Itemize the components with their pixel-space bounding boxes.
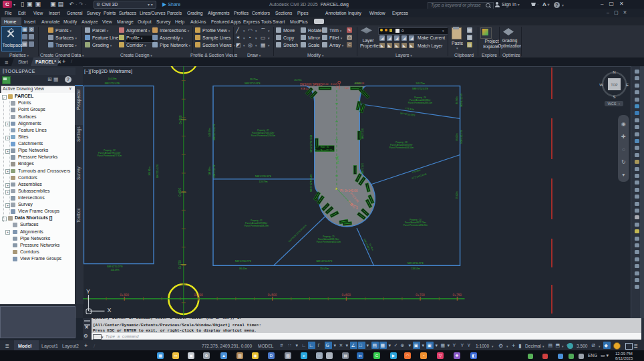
svg-text:0+300: 0+300 <box>120 293 129 297</box>
svg-text:N88°37′52.63″E: N88°37′52.63″E <box>245 82 261 85</box>
svg-text:99.75m: 99.75m <box>250 78 258 81</box>
svg-text:110.45m: 110.45m <box>320 267 329 270</box>
svg-text:118.53m: 118.53m <box>412 267 420 270</box>
svg-text:N88°37′52.63″E: N88°37′52.63″E <box>412 88 428 90</box>
svg-text:N88°49′39.36″E: N88°49′39.36″E <box>255 175 272 178</box>
svg-text:S87°37′52.63″E: S87°37′52.63″E <box>400 112 416 117</box>
svg-text:Y: Y <box>86 288 90 295</box>
svg-text:86.45m: 86.45m <box>239 267 247 270</box>
svg-text:104.39m: 104.39m <box>108 78 116 80</box>
svg-text:Parcel Perimeter=506.50m: Parcel Perimeter=506.50m <box>389 146 414 149</box>
svg-text:76.43m: 76.43m <box>456 191 458 199</box>
svg-text:N88°37′52.63″E: N88°37′52.63″E <box>105 82 120 85</box>
svg-text:45.72m: 45.72m <box>295 79 302 82</box>
svg-text:N00°22′15″W: N00°22′15″W <box>460 130 463 143</box>
svg-text:✚: ✚ <box>621 134 626 140</box>
svg-text:Parcel Perimeter=394.22m: Parcel Perimeter=394.22m <box>404 224 428 227</box>
svg-text:0+500: 0+500 <box>179 115 182 124</box>
svg-text:[−][Top][2D Wireframe]: [−][Top][2D Wireframe] <box>84 68 132 74</box>
svg-text:104.49m: 104.49m <box>111 269 120 271</box>
svg-text:N89°42′30.29″E: N89°42′30.29″E <box>235 260 252 263</box>
svg-text:N00°22′15.52″W: N00°22′15.52″W <box>213 124 216 140</box>
svg-text:266.05m: 266.05m <box>148 166 151 175</box>
svg-text:Parcel Perimeter=288.15m: Parcel Perimeter=288.15m <box>408 102 433 104</box>
svg-text:DESIGN SPEED: DESIGN SPEED <box>300 83 323 86</box>
svg-text:0+100: 0+100 <box>336 155 339 164</box>
svg-text:Σ=0: Σ=0 <box>345 87 349 90</box>
svg-text:46.43m: 46.43m <box>456 133 458 140</box>
svg-text:0+750: 0+750 <box>453 293 462 297</box>
svg-text:3 km/h: 3 km/h <box>331 83 337 86</box>
svg-text:0+400: 0+400 <box>194 293 203 297</box>
svg-text:176.45m: 176.45m <box>412 168 421 174</box>
svg-text:S0°22′15.52″E: S0°22′15.52″E <box>156 164 159 178</box>
svg-text:46.94m: 46.94m <box>456 96 458 104</box>
svg-text:N0°22′15″W 15.09: N0°22′15″W 15.09 <box>310 174 313 192</box>
svg-text:178.43m: 178.43m <box>406 107 415 111</box>
svg-text:0+500: 0+500 <box>268 293 277 297</box>
svg-text:B: B <box>336 86 337 88</box>
svg-text:120.09m: 120.09m <box>208 166 211 175</box>
svg-text:W: W <box>599 83 603 87</box>
svg-text:Parcel Perimeter=528.05m: Parcel Perimeter=528.05m <box>251 134 276 137</box>
svg-text:◌: ◌ <box>622 146 625 152</box>
svg-text:0+600: 0+600 <box>342 293 351 297</box>
svg-text:25.00: 25.00 <box>323 83 329 86</box>
svg-text:N00°22′15″W: N00°22′15″W <box>213 165 216 178</box>
svg-text:Parcel Perimeter=330.50m: Parcel Perimeter=330.50m <box>317 241 341 243</box>
svg-text:ANNEX: ANNEX <box>355 82 363 85</box>
svg-text:N89°42′30.29″E: N89°42′30.29″E <box>317 260 333 263</box>
svg-text:0+700: 0+700 <box>179 260 182 269</box>
svg-text:N43°55′04.10″W 56.83m: N43°55′04.10″W 56.83m <box>288 224 307 243</box>
svg-text:0+600: 0+600 <box>179 187 182 196</box>
svg-text:149.75m: 149.75m <box>416 82 425 85</box>
svg-text:N89°42′30.29″E: N89°42′30.29″E <box>408 262 424 265</box>
svg-text:S0°22′15″E: S0°22′15″E <box>361 163 364 174</box>
svg-text:E: E <box>626 83 629 87</box>
svg-text:Parcel Area=692.21m²: Parcel Area=692.21m² <box>315 149 335 152</box>
svg-text:0+700: 0+700 <box>416 293 425 297</box>
svg-text:PI: 0+140.00: PI: 0+140.00 <box>340 189 358 193</box>
svg-text:128.79m: 128.79m <box>259 180 267 183</box>
svg-text:TOP: TOP <box>611 84 618 87</box>
svg-text:Parcel Perimeter=468.29m: Parcel Perimeter=468.29m <box>245 225 269 227</box>
svg-text:↻: ↻ <box>621 159 626 165</box>
svg-text:WCS: WCS <box>608 102 617 106</box>
svg-text:◉: ◉ <box>621 121 626 127</box>
svg-text:N0°22′15″W 25.50: N0°22′15″W 25.50 <box>310 135 313 152</box>
svg-text:Parcel Perimeter=677.92m: Parcel Perimeter=677.92m <box>98 154 122 157</box>
svg-text:S: S <box>613 95 615 99</box>
svg-text:S0°22′15″E: S0°22′15″E <box>361 128 364 139</box>
svg-text:X: X <box>107 307 111 314</box>
svg-text:143.09m: 143.09m <box>208 128 211 136</box>
svg-text:N89°42′30.29″E: N89°42′30.29″E <box>107 265 123 268</box>
svg-text:▾: ▾ <box>622 172 625 178</box>
svg-text:S72°14′22.20″E: S72°14′22.20″E <box>412 172 428 180</box>
svg-text:N: N <box>613 70 615 74</box>
svg-text:N00°22′15″W: N00°22′15″W <box>460 93 463 106</box>
